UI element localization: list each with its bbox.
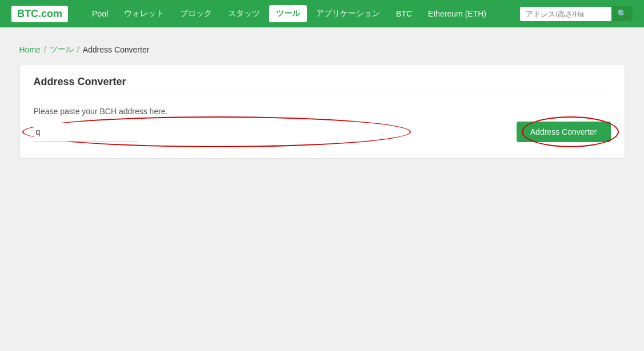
nav-item-wallet[interactable]: ウォレット (117, 5, 171, 22)
address-input[interactable] (34, 123, 138, 142)
form-label: Please paste your BCH address here. (34, 107, 611, 116)
btn-wrapper: Address Converter (517, 122, 611, 142)
converter-card: Address Converter Please paste your BCH … (19, 64, 625, 159)
nav-item-pool[interactable]: Pool (85, 6, 115, 22)
nav-menu: Pool ウォレット ブロック スタッツ ツール アプリケーション BTC Et… (85, 5, 520, 22)
search-button[interactable]: 🔍 (611, 6, 633, 21)
brand-logo[interactable]: BTC.com (11, 6, 68, 22)
breadcrumb-tools[interactable]: ツール (50, 45, 74, 55)
search-input[interactable] (520, 7, 611, 21)
nav-item-eth[interactable]: Ethereum (ETH) (421, 6, 493, 22)
convert-button[interactable]: Address Converter (517, 122, 611, 142)
navbar: BTC.com Pool ウォレット ブロック スタッツ ツール アプリケーショ… (0, 0, 644, 27)
breadcrumb: Home / ツール / Address Converter (19, 45, 625, 55)
breadcrumb-home[interactable]: Home (19, 45, 41, 54)
input-wrapper (34, 123, 505, 142)
main-content: Home / ツール / Address Converter Address C… (8, 27, 637, 170)
breadcrumb-sep2: / (77, 45, 79, 54)
card-title: Address Converter (34, 76, 611, 95)
nav-item-apps[interactable]: アプリケーション (309, 5, 387, 22)
nav-item-block[interactable]: ブロック (173, 5, 219, 22)
nav-item-btc[interactable]: BTC (389, 6, 419, 22)
nav-item-tools[interactable]: ツール (269, 5, 307, 22)
search-area: 🔍 (520, 6, 633, 21)
breadcrumb-sep1: / (44, 45, 46, 54)
nav-item-stats[interactable]: スタッツ (221, 5, 267, 22)
breadcrumb-current: Address Converter (83, 45, 150, 54)
input-row: Address Converter (34, 122, 611, 142)
